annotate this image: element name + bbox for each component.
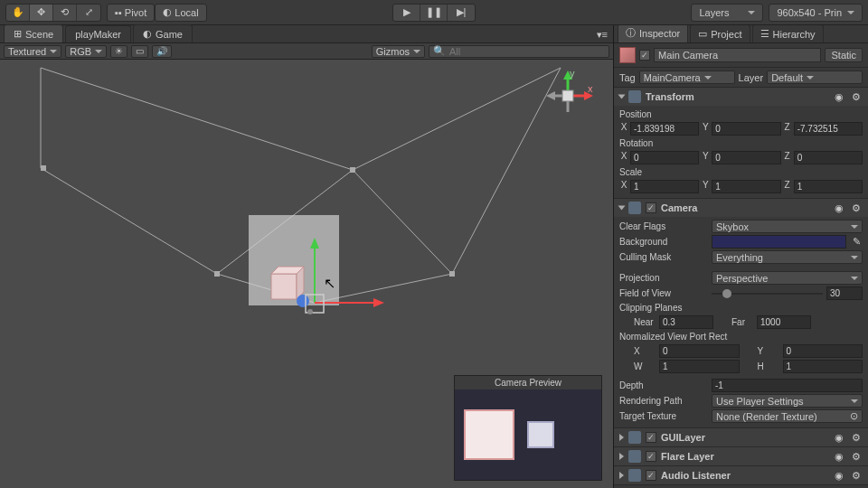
orientation-gizmo[interactable]: y x	[541, 69, 595, 123]
play-button[interactable]: ▶	[393, 5, 420, 21]
guilayer-icon	[628, 431, 641, 444]
svg-rect-4	[214, 271, 220, 277]
gear-icon[interactable]: ⚙	[850, 431, 863, 444]
layout-dropdown[interactable]: 868x488 - Prin	[769, 4, 863, 22]
depth-field[interactable]: -1	[712, 379, 863, 392]
tab-project[interactable]: ▭Project	[690, 25, 750, 42]
search-input[interactable]: 🔍All	[429, 45, 609, 58]
fov-value[interactable]: 30	[826, 286, 863, 300]
help-icon[interactable]: ◉	[833, 202, 845, 214]
camera-header[interactable]: ✓ Camera ◉ ⚙	[614, 199, 868, 217]
tab-scene[interactable]: ⊞Scene	[4, 24, 63, 42]
gear-icon[interactable]: ⚙	[850, 450, 863, 463]
position-y[interactable]: 0	[712, 122, 780, 136]
tab-hierarchy[interactable]: ☰Hierarchy	[752, 25, 824, 42]
rotation-z[interactable]: 0	[794, 151, 863, 164]
audio-toggle[interactable]: 🔊	[152, 45, 172, 58]
scene-subbar: Textured RGB ☀ ▭ 🔊 Gizmos 🔍All	[0, 43, 613, 60]
tab-inspector[interactable]: ⓘInspector	[618, 25, 688, 42]
fold-icon	[619, 453, 624, 460]
svg-line-0	[217, 274, 315, 303]
fx-toggle[interactable]: ▭	[131, 45, 148, 58]
clear-flags-dropdown[interactable]: Skybox	[712, 220, 863, 233]
step-button[interactable]: ▶|	[448, 5, 475, 21]
preview-cube2	[527, 421, 554, 448]
fold-icon	[619, 472, 624, 479]
tab-playmaker[interactable]: playMaker	[65, 25, 131, 42]
hierarchy-icon: ☰	[760, 28, 769, 40]
camera-preview: Camera Preview	[454, 375, 602, 481]
camera-enable-checkbox[interactable]: ✓	[646, 202, 656, 213]
fold-icon	[618, 206, 626, 211]
flarelayer-header[interactable]: ✓Flare Layer◉⚙	[614, 447, 868, 465]
position-z[interactable]: -7.732515	[794, 122, 863, 136]
guilayer-header[interactable]: ✓GUILayer◉⚙	[614, 428, 868, 446]
pause-button[interactable]: ❚❚	[420, 5, 448, 21]
eyedropper-icon[interactable]: ✎	[850, 235, 863, 249]
nvp-h[interactable]: 1	[783, 360, 863, 373]
position-x[interactable]: -1.839198	[630, 122, 699, 136]
local-toggle[interactable]: ◐Local	[155, 4, 206, 22]
inspector-icon: ⓘ	[626, 26, 636, 40]
help-icon[interactable]: ◉	[833, 450, 845, 463]
object-active-checkbox[interactable]: ✓	[639, 50, 650, 61]
scale-y[interactable]: 1	[712, 180, 780, 193]
background-color-field[interactable]	[712, 235, 846, 249]
rotation-y[interactable]: 0	[712, 151, 780, 164]
tab-game[interactable]: ◐Game	[133, 24, 193, 42]
scene-icon: ⊞	[14, 28, 22, 40]
help-icon[interactable]: ◉	[833, 90, 845, 103]
audiolistener-header[interactable]: ✓Audio Listener◉⚙	[614, 466, 868, 484]
rotation-x[interactable]: 0	[630, 151, 699, 164]
scale-label: Scale	[619, 165, 863, 179]
guilayer-enable-checkbox[interactable]: ✓	[646, 432, 656, 443]
scale-z[interactable]: 1	[794, 180, 863, 193]
gear-icon[interactable]: ⚙	[850, 90, 863, 103]
help-icon[interactable]: ◉	[833, 469, 845, 482]
gear-icon[interactable]: ⚙	[850, 202, 863, 214]
gear-icon[interactable]: ⚙	[850, 469, 863, 482]
move-tool[interactable]: ✥	[30, 5, 53, 21]
projection-dropdown[interactable]: Perspective	[712, 271, 863, 285]
scale-x[interactable]: 1	[630, 180, 699, 193]
render-path-dropdown[interactable]: Use Player Settings	[712, 394, 863, 408]
layer-dropdown[interactable]: Default	[767, 70, 863, 84]
far-field[interactable]: 1000	[757, 315, 811, 329]
scale-tool[interactable]: ⤢	[77, 5, 100, 21]
scene-viewport[interactable]: ↖ y x Camera Preview	[0, 60, 613, 488]
tab-menu-icon[interactable]: ▾≡	[591, 27, 613, 42]
lit-toggle[interactable]: ☀	[110, 45, 127, 58]
fold-icon	[618, 95, 626, 99]
svg-point-16	[307, 309, 313, 314]
audio-enable-checkbox[interactable]: ✓	[646, 470, 656, 481]
svg-rect-5	[449, 271, 455, 277]
layers-dropdown[interactable]: Layers	[691, 4, 763, 22]
nvp-y[interactable]: 0	[783, 344, 863, 358]
hand-tool[interactable]: ✋	[6, 5, 30, 21]
cursor-icon: ↖	[324, 275, 335, 292]
near-field[interactable]: 0.3	[659, 315, 713, 329]
nvp-w[interactable]: 1	[659, 360, 740, 373]
svg-rect-6	[249, 215, 339, 305]
svg-marker-11	[310, 238, 319, 249]
gizmos-dropdown[interactable]: Gizmos	[372, 45, 425, 58]
fov-slider[interactable]	[712, 286, 823, 300]
rgb-dropdown[interactable]: RGB	[65, 45, 107, 58]
rotate-tool[interactable]: ⟲	[53, 5, 77, 21]
target-texture-field[interactable]: None (Render Texture)⊙	[712, 409, 863, 423]
shading-mode-dropdown[interactable]: Textured	[4, 45, 61, 58]
svg-text:x: x	[588, 83, 593, 94]
culling-mask-dropdown[interactable]: Everything	[712, 250, 863, 264]
preview-cube1	[464, 409, 514, 460]
camera-icon	[628, 202, 641, 214]
object-name-field[interactable]: Main Camera	[654, 48, 821, 62]
help-icon[interactable]: ◉	[833, 431, 845, 444]
pivot-local-group: ▪▪Pivot ◐Local	[107, 4, 207, 22]
tag-dropdown[interactable]: MainCamera	[639, 70, 735, 84]
nvp-x[interactable]: 0	[659, 344, 740, 358]
static-toggle[interactable]: Static	[825, 48, 863, 62]
svg-rect-26	[562, 90, 573, 101]
pivot-toggle[interactable]: ▪▪Pivot	[107, 4, 155, 22]
flarelayer-enable-checkbox[interactable]: ✓	[646, 451, 656, 462]
transform-header[interactable]: Transform ◉ ⚙	[614, 88, 868, 106]
